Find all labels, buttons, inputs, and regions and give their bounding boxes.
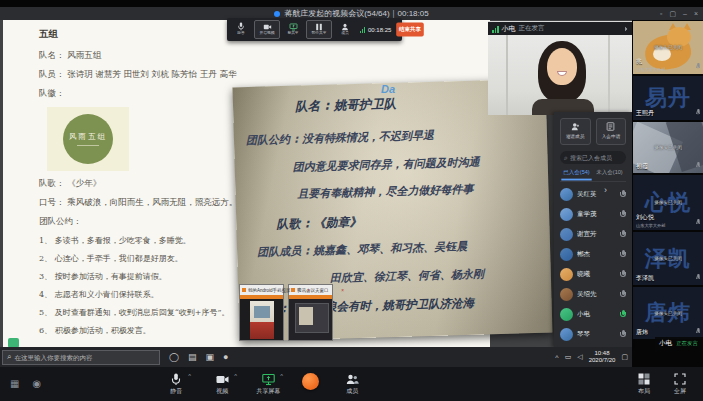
mic-muted-icon[interactable]: [620, 230, 626, 239]
pin-icon[interactable]: [622, 26, 628, 32]
preview-meeting-window[interactable]: 腾讯会议天窗口 ×: [288, 284, 333, 341]
share-pause-button[interactable]: 暂停共享: [306, 20, 332, 39]
mic-muted-icon: [696, 63, 701, 70]
tile-subtitle: 山东大学大外部: [636, 67, 665, 73]
active-speaker-panel[interactable]: 小电 正在发言: [488, 21, 632, 115]
video-tile[interactable]: 摄像头已关闭 兆 山东大学大外部: [633, 21, 703, 74]
preview-body[interactable]: [240, 295, 283, 340]
apps-grid-icon[interactable]: ▦: [10, 379, 19, 389]
share-mute-button[interactable]: 静音: [230, 22, 252, 37]
app-icon: [291, 288, 295, 292]
avatar: [560, 328, 573, 341]
meeting-app-button[interactable]: [297, 372, 323, 390]
members-icon: [341, 22, 349, 31]
mic-muted-icon[interactable]: [620, 270, 626, 279]
fullscreen-icon[interactable]: ▢: [669, 7, 676, 20]
participant-search-input[interactable]: [570, 155, 622, 161]
preview-android-mirror[interactable]: 我的Android手机投屏 ×: [239, 284, 284, 341]
share-new-share-label: 新共享: [287, 31, 298, 35]
mic-muted-icon: [696, 109, 701, 116]
share-members-button[interactable]: 成员: [334, 22, 356, 37]
participant-row[interactable]: 吴红英: [554, 184, 632, 204]
video-tile[interactable]: 摄像头已关闭 初霞: [633, 122, 703, 173]
invite-members-button[interactable]: 邀请成员: [560, 118, 591, 145]
cortana-icon[interactable]: ◯: [169, 353, 179, 362]
tray-volume-icon[interactable]: ◁: [577, 353, 582, 361]
taskbar-clock[interactable]: 10:48 2020/7/20: [589, 350, 616, 364]
camera-off-text: 摄像头已关闭: [641, 199, 696, 206]
background-door-line: [506, 35, 508, 115]
taskbar-search-input[interactable]: [14, 354, 155, 361]
windows-taskbar: ⌕ ◯ ▤ ▣ ● ^ ▭ ◁ 10:48 2020/7/20 ▢: [0, 347, 632, 367]
end-share-button[interactable]: 结束共享: [397, 23, 425, 37]
mute-label: 静音: [170, 387, 182, 396]
mic-muted-icon: [696, 162, 701, 169]
mic-options-caret[interactable]: ^: [188, 373, 191, 379]
preview-app-titlebar: [240, 295, 283, 299]
tile-name: 唐炜: [636, 328, 648, 337]
participant-row[interactable]: 谢宜芳: [554, 224, 632, 244]
participant-name: 童学茂: [577, 210, 616, 219]
members-button[interactable]: 成员: [335, 372, 369, 396]
video-options-caret[interactable]: ^: [234, 373, 237, 379]
panel-icon[interactable]: ▫: [660, 7, 662, 20]
mic-muted-icon[interactable]: [620, 330, 626, 339]
tray-network-icon[interactable]: ▭: [565, 353, 572, 361]
mic-muted-icon[interactable]: [620, 290, 626, 299]
close-icon[interactable]: ×: [694, 7, 698, 20]
mic-muted-icon: [696, 219, 701, 226]
video-button[interactable]: ^ 视频: [205, 372, 239, 396]
video-tile[interactable]: 易丹 王熙丹: [633, 76, 703, 120]
tray-chevron-icon[interactable]: ^: [555, 354, 558, 361]
mic-muted-icon[interactable]: [620, 190, 626, 199]
video-tile[interactable]: 泽凯 摄像头已关闭 李泽凯: [633, 232, 703, 285]
close-icon[interactable]: ×: [341, 288, 344, 293]
browser-icon[interactable]: ●: [223, 353, 228, 362]
tile-subtitle: 山东大学大外部: [636, 223, 665, 229]
collapse-panel-chevron[interactable]: ›: [604, 185, 607, 195]
avatar: [560, 248, 573, 261]
speaker-header: 小电 正在发言: [488, 22, 632, 35]
team-logo-background: 风雨五组: [47, 107, 129, 171]
participant-row[interactable]: 晓曦: [554, 264, 632, 284]
participant-row[interactable]: 小电: [554, 304, 632, 324]
join-requests-button[interactable]: 入会申请: [596, 118, 627, 145]
fullscreen-button[interactable]: 全屏: [667, 372, 693, 396]
share-floating-toolbar: 静音 开启视频 新共享 暂停共享 成员 00:18:25: [227, 18, 402, 41]
participant-name: 琴琴: [577, 330, 616, 339]
preview-header: 我的Android手机投屏 ×: [240, 285, 283, 295]
mute-button[interactable]: ^ 静音: [159, 372, 193, 396]
layout-button[interactable]: 布局: [631, 372, 657, 396]
team-logo-text: 风雨五组: [69, 132, 107, 142]
preview-phone-screen: [250, 301, 274, 339]
share-new-share-button[interactable]: 新共享: [282, 22, 304, 37]
participant-name: 谢宜芳: [577, 230, 616, 239]
camera-icon: [216, 372, 229, 386]
minimize-icon[interactable]: –: [683, 7, 687, 20]
preview-body[interactable]: [289, 295, 332, 340]
participant-row[interactable]: 郴杰: [554, 244, 632, 264]
notification-center-icon[interactable]: ▢: [621, 353, 628, 361]
share-screen-button[interactable]: ^ 共享屏幕: [251, 372, 285, 396]
tile-name: 王熙丹: [636, 109, 654, 118]
speaker-face: [547, 48, 577, 85]
taskview-icon[interactable]: ▤: [188, 353, 197, 362]
app-icon: [242, 288, 246, 292]
participant-row[interactable]: 琴琴: [554, 324, 632, 344]
speaker-video: [488, 35, 632, 115]
mic-muted-icon[interactable]: [620, 250, 626, 259]
invite-icon: [571, 122, 580, 131]
participant-row[interactable]: 吴绍先: [554, 284, 632, 304]
note-members-line1: 团队成员 : 姚嘉鑫、邓琴、和习杰、吴钰晨: [257, 239, 467, 260]
explorer-icon[interactable]: ▣: [206, 353, 215, 362]
mic-speaking-icon[interactable]: [620, 310, 626, 319]
tab-joined[interactable]: 已入会(54): [561, 169, 591, 181]
mic-muted-icon[interactable]: [620, 210, 626, 219]
share-options-caret[interactable]: ^: [280, 373, 283, 379]
share-start-video-button[interactable]: 开启视频: [254, 20, 280, 39]
video-tile[interactable]: 心悦 摄像头已关闭 刘心悦 山东大学大外部: [633, 175, 703, 230]
tab-not-joined[interactable]: 未入会(10): [594, 169, 624, 181]
audio-device-icon[interactable]: ◉: [32, 379, 41, 389]
video-tile[interactable]: 唐炜 摄像头已关闭 唐炜: [633, 287, 703, 339]
participant-row[interactable]: 童学茂: [554, 204, 632, 224]
